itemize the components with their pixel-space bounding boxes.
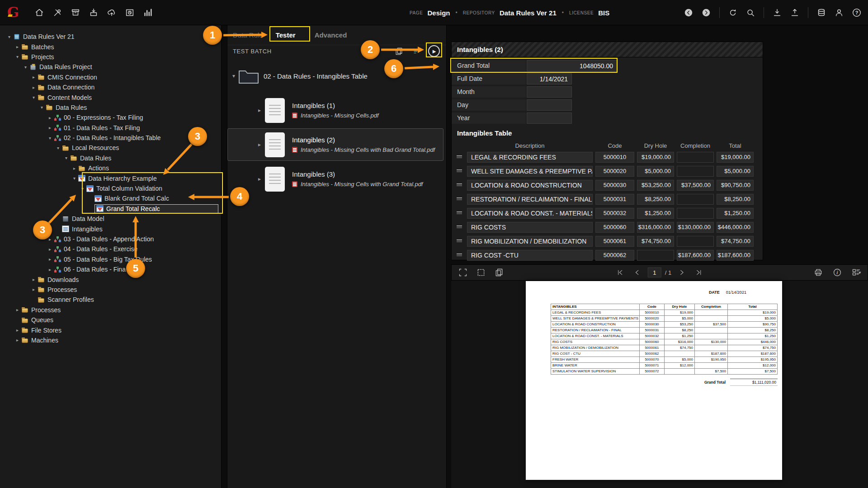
completion-cell[interactable]: $130,000.00 <box>677 222 714 233</box>
tree-item-model-03[interactable]: ▸03 - Data Rules - Append Action <box>0 234 221 244</box>
expander-closed-icon[interactable]: ▸ <box>46 267 54 272</box>
first-page-button[interactable] <box>613 266 627 279</box>
expander-open-icon[interactable]: ▾ <box>229 73 238 79</box>
expander-closed-icon[interactable]: ▸ <box>14 44 21 49</box>
scheduled-activity-button[interactable] <box>123 6 137 19</box>
total-cell[interactable]: $90,750.00 <box>717 180 754 191</box>
copy-pages-button[interactable] <box>492 266 506 279</box>
description-cell[interactable]: RIG COST -CTU <box>467 250 593 261</box>
download-button[interactable] <box>770 6 784 19</box>
dry-hole-cell[interactable]: $8,250.00 <box>637 194 674 205</box>
expander-open-icon[interactable]: ▾ <box>79 186 86 191</box>
tree-item-processes[interactable]: ▸Processes <box>0 305 221 315</box>
tree-item-project-processes[interactable]: ▸Processes <box>0 285 221 295</box>
import-button[interactable] <box>87 6 100 19</box>
code-cell[interactable]: 5000062 <box>595 250 634 261</box>
completion-cell[interactable] <box>677 208 714 219</box>
completion-cell[interactable] <box>677 236 714 247</box>
day-field[interactable] <box>527 99 572 111</box>
help-button[interactable]: ? <box>850 6 863 19</box>
dry-hole-cell[interactable]: $53,250.00 <box>637 180 674 191</box>
year-field[interactable] <box>527 113 572 124</box>
completion-cell[interactable]: $37,500.00 <box>677 180 714 191</box>
expander-closed-icon[interactable]: ▸ <box>71 166 78 171</box>
expander-open-icon[interactable]: ▾ <box>38 105 46 110</box>
total-cell[interactable]: $187,600.00 <box>717 250 754 261</box>
code-cell[interactable]: 5000010 <box>595 152 634 163</box>
tree-item-model-04[interactable]: ▸04 - Data Rules - Exercise <box>0 244 221 254</box>
fit-page-button[interactable] <box>456 266 470 279</box>
design-tools-button[interactable] <box>51 6 64 19</box>
tree-item-repository[interactable]: ▾Data Rules Ver 21 <box>0 32 221 42</box>
user-button[interactable] <box>832 6 846 19</box>
grand-total-field[interactable]: 1048050.00 <box>527 60 617 71</box>
expander-closed-icon[interactable]: ▸ <box>46 257 54 262</box>
tree-item-model-02[interactable]: ▾02 - Data Rules - Intangibles Table <box>0 133 221 143</box>
last-page-button[interactable] <box>692 266 706 279</box>
description-cell[interactable]: RESTORATION / RECLAIMATION - FINAL <box>467 194 593 205</box>
expander-closed-icon[interactable]: ▸ <box>30 85 38 90</box>
expander-open-icon[interactable]: ▾ <box>71 176 78 181</box>
code-cell[interactable]: 5000031 <box>595 194 634 205</box>
expander-closed-icon[interactable]: ▸ <box>254 141 265 148</box>
layout-options-button[interactable]: ▾ <box>849 266 863 279</box>
document-row-selected[interactable]: ▸ Intangibles (2) Intangibles - Missing … <box>227 128 443 161</box>
total-cell[interactable]: $1,250.00 <box>717 208 754 219</box>
cloud-upload-button[interactable] <box>105 6 118 19</box>
batches-button[interactable] <box>69 6 82 19</box>
description-cell[interactable]: LOCATION & ROAD CONSTRUCTION <box>467 180 593 191</box>
tree-item-model-01[interactable]: ▸01 - Data Rules - Tax Filing <box>0 123 221 133</box>
dry-hole-cell[interactable] <box>637 250 674 261</box>
run-test-button[interactable]: ▶ <box>428 45 440 57</box>
description-cell[interactable]: WELL SITE DAMAGES & PREEMPTIVE PAYMENTS <box>467 166 593 177</box>
tree-item-local-resources[interactable]: ▾Local Resources <box>0 143 221 153</box>
completion-cell[interactable] <box>677 194 714 205</box>
document-page[interactable]: DATE 01/14/2021 INTANGIBLESCodeDry HoleC… <box>526 281 782 480</box>
tab-tester[interactable]: Tester <box>276 31 296 39</box>
expander-closed-icon[interactable]: ▸ <box>254 107 265 113</box>
upload-button[interactable] <box>788 6 802 19</box>
code-cell[interactable]: 5000020 <box>595 166 634 177</box>
tree-item-grand-total-recalc[interactable]: Grand Total Recalc <box>0 204 221 214</box>
tree-item-data-rules-project[interactable]: ▾Data Rules Project <box>0 62 221 72</box>
tree-item-actions[interactable]: ▸Actions <box>0 163 221 173</box>
completion-cell[interactable]: $187,600.00 <box>677 250 714 261</box>
code-cell[interactable]: 5000030 <box>595 180 634 191</box>
tree-item-data-hierarchy-example[interactable]: ▾Data Hierarchy Example <box>0 173 221 183</box>
tree-item-data-connection[interactable]: ▸Data Connection <box>0 82 221 92</box>
print-button[interactable] <box>811 266 825 279</box>
code-cell[interactable]: 5000061 <box>595 236 634 247</box>
tree-item-blank-grand-total-calc[interactable]: Blank Grand Total Calc <box>0 193 221 203</box>
tree-item-machines[interactable]: ▸Machines <box>0 335 221 345</box>
back-button[interactable] <box>682 6 695 19</box>
tab-data-rule[interactable]: Data Rule <box>233 31 263 39</box>
next-page-button[interactable] <box>675 266 689 279</box>
tab-advanced[interactable]: Advanced <box>315 31 347 39</box>
total-cell[interactable]: $8,250.00 <box>717 194 754 205</box>
tree-item-model-06[interactable]: ▸06 - Data Rules - Fina <box>0 264 221 274</box>
dry-hole-cell[interactable]: $316,000.00 <box>637 222 674 233</box>
batch-pages-button[interactable] <box>392 44 406 58</box>
expander-closed-icon[interactable]: ▸ <box>30 277 38 282</box>
expander-closed-icon[interactable]: ▸ <box>46 247 54 252</box>
selected-item-box[interactable]: Grand Total Recalc <box>94 204 218 213</box>
document-row[interactable]: ▸ Intangibles (1) Intangibles - Missing … <box>227 94 443 127</box>
tree-item-cmis-connection[interactable]: ▸CMIS Connection <box>0 72 221 82</box>
tree-item-local-data-rules[interactable]: ▾Data Rules <box>0 153 221 163</box>
month-field[interactable] <box>527 86 572 98</box>
description-cell[interactable]: LOCATION & ROAD CONST. - MATERIALS <box>467 208 593 219</box>
expander-open-icon[interactable]: ▾ <box>30 95 38 100</box>
expander-closed-icon[interactable]: ▸ <box>14 338 21 343</box>
expander-closed-icon[interactable]: ▸ <box>30 287 38 292</box>
tree-item-projects[interactable]: ▾Projects <box>0 52 221 62</box>
region-select-button[interactable] <box>474 266 488 279</box>
tree-item-downloads[interactable]: ▸Downloads <box>0 274 221 284</box>
tree-item-queues[interactable]: Queues <box>0 315 221 325</box>
expander-closed-icon[interactable]: ▸ <box>46 237 54 242</box>
process-batch-button[interactable] <box>410 44 424 58</box>
expander-open-icon[interactable]: ▾ <box>46 136 54 141</box>
expander-closed-icon[interactable]: ▸ <box>14 307 21 312</box>
description-cell[interactable]: RIG MOBILIZATION / DEMOBILIZATION <box>467 236 593 247</box>
code-cell[interactable]: 5000060 <box>595 222 634 233</box>
dry-hole-cell[interactable]: $74,750.00 <box>637 236 674 247</box>
